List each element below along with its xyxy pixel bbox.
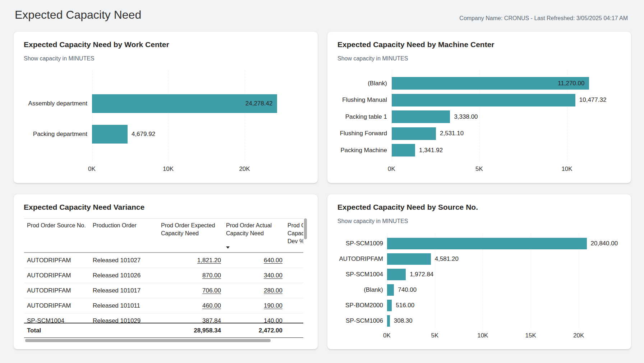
cell-source-no: AUTODRIPFAM (27, 298, 71, 313)
page-title: Expected Capacity Need (15, 9, 141, 21)
column-header-capacity-need-dev-pct[interactable]: Capacity Need (288, 230, 303, 237)
bar[interactable] (387, 300, 392, 311)
bar-category-label: Packing Machine (279, 146, 387, 154)
bar-category-label: Packing department (0, 130, 87, 138)
bar-value-label: 3,338.00 (454, 113, 478, 121)
axis-tick-label: 10K (549, 165, 585, 173)
table-row: AUTODRIPFAMReleased 101017706.00280.00 (24, 283, 303, 298)
axis-tick-label: 20K (227, 165, 263, 173)
cell-expected-capacity-need[interactable]: 1,821.20 (197, 253, 221, 268)
bar-value-label: 1,341.92 (419, 146, 443, 154)
bar-value-label: 10,477.32 (579, 96, 607, 104)
bar-category-label: Flushing Manual (279, 96, 387, 104)
variance-table: Prod Order Source No.Production OrderPro… (24, 218, 303, 338)
horizontal-scrollbar-thumb[interactable] (25, 339, 271, 342)
bar-category-label: SP-SCM1006 (275, 317, 383, 325)
bar-value-label: 4,581.20 (435, 255, 459, 263)
bar-value-label: 516.00 (396, 301, 414, 309)
column-header-expected-capacity-need[interactable]: Capacity Need (161, 230, 199, 237)
column-header-capacity-need-dev-pct[interactable]: Prod Order (288, 222, 303, 230)
bar-value-label: 20,840.00 (591, 240, 618, 248)
bar-value-label: 4,679.92 (132, 130, 155, 138)
gridline (168, 70, 169, 162)
axis-tick-label: 10K (465, 332, 501, 340)
work-center-chart-card: Expected Capacity Need by Work Center Sh… (14, 32, 318, 183)
company-info: Company Name: CRONUS - Last Refreshed: 3… (459, 15, 628, 21)
source-no-chart-card: Expected Capacity Need by Source No. Sho… (327, 194, 631, 349)
cell-source-no: SP-SCM1004 (27, 313, 64, 323)
bar[interactable] (387, 284, 394, 296)
cell-production-order: Released 101026 (93, 268, 141, 283)
bar[interactable] (387, 253, 431, 265)
bar-category-label: SP-SCM1009 (275, 240, 383, 248)
column-header-production-order[interactable]: Production Order (93, 222, 137, 230)
axis-tick-label: 0K (74, 165, 110, 173)
bar-category-label: Packing table 1 (279, 113, 387, 121)
cell-expected-capacity-need[interactable]: 870.00 (202, 268, 221, 283)
total-actual-capacity-need: 2,472.00 (259, 323, 282, 338)
bar-category-label: (Blank) (279, 80, 387, 87)
bar-category-label: (Blank) (275, 286, 383, 294)
bar[interactable] (92, 125, 128, 144)
column-header-actual-capacity-need[interactable]: Prod Order Actual (226, 222, 272, 230)
axis-tick-label: 0K (369, 332, 405, 340)
machine-center-plot: 0K5K10K(Blank)11,270.00Flushing Manual10… (327, 32, 631, 183)
gridline (92, 70, 92, 162)
bar[interactable] (387, 315, 390, 327)
cell-production-order: Released 101027 (93, 253, 141, 268)
cell-production-order: Released 101011 (93, 298, 140, 313)
axis-tick-label: 20K (561, 332, 597, 340)
vertical-scrollbar-thumb[interactable] (304, 218, 307, 239)
column-header-source-no[interactable]: Prod Order Source No. (27, 222, 86, 230)
gridline (245, 70, 245, 162)
table-title: Expected Capacity Need Variance (24, 203, 144, 211)
axis-tick-label: 5K (417, 332, 453, 340)
bar-category-label: Assembly department (0, 100, 87, 108)
bar-value-label: 2,531.10 (440, 130, 464, 137)
table-total-row: Total28,958.342,472.00 (24, 323, 303, 338)
table-row: AUTODRIPFAMReleased 1010271,821.20640.00 (24, 253, 303, 268)
table-row: SP-SCM1004Released 101029387.84140.00 (24, 313, 303, 323)
bar-value-label: 740.00 (398, 286, 417, 294)
bar-value-label: 1,972.84 (410, 271, 433, 278)
cell-production-order: Released 101029 (93, 313, 141, 323)
total-expected-capacity-need: 28,958.34 (194, 323, 221, 338)
bar[interactable] (392, 110, 450, 123)
cell-source-no: AUTODRIPFAM (27, 283, 71, 298)
table-header-row: Prod Order Source No.Production OrderPro… (24, 219, 303, 253)
bar-category-label: SP-BOM2000 (275, 301, 383, 309)
cell-source-no: AUTODRIPFAM (27, 253, 71, 268)
bar-category-label: SP-SCM1004 (275, 271, 383, 278)
cell-expected-capacity-need[interactable]: 706.00 (202, 283, 221, 298)
cell-expected-capacity-need[interactable]: 387.84 (202, 313, 221, 323)
cell-production-order: Released 101017 (93, 283, 141, 298)
column-header-expected-capacity-need[interactable]: Prod Order Expected (161, 222, 215, 230)
bar[interactable] (392, 94, 575, 106)
source-no-plot: 0K5K10K15K20KSP-SCM100920,840.00AUTODRIP… (327, 194, 631, 349)
bar-value-label: 24,278.42 (201, 100, 272, 108)
bar-value-label: 308.30 (394, 317, 413, 325)
bar[interactable] (392, 127, 436, 140)
bar[interactable] (387, 238, 587, 249)
variance-table-card: Expected Capacity Need Variance Prod Ord… (14, 194, 318, 349)
bar-value-label: 11,270.00 (512, 80, 584, 87)
total-label: Total (27, 323, 41, 338)
axis-tick-label: 15K (513, 332, 549, 340)
bar[interactable] (392, 144, 415, 156)
table-body: AUTODRIPFAMReleased 1010271,821.20640.00… (24, 253, 303, 323)
bar-category-label: AUTODRIPFAM (275, 255, 383, 263)
axis-tick-label: 0K (374, 165, 410, 173)
axis-tick-label: 10K (150, 165, 186, 173)
bar[interactable] (387, 269, 406, 280)
table-row: AUTODRIPFAMReleased 101026870.00340.00 (24, 268, 303, 283)
bar-category-label: Flushing Forward (279, 130, 387, 137)
machine-center-chart-card: Expected Capacity Need by Machine Center… (327, 32, 631, 183)
work-center-plot: 0K10K20KAssembly department24,278.42Pack… (14, 32, 318, 183)
table-row: AUTODRIPFAMReleased 101011460.00190.00 (24, 298, 303, 313)
cell-source-no: AUTODRIPFAM (27, 268, 71, 283)
column-header-actual-capacity-need[interactable]: Capacity Need (226, 230, 264, 237)
cell-expected-capacity-need[interactable]: 460.00 (202, 298, 221, 313)
sort-descending-icon[interactable] (226, 246, 230, 249)
axis-tick-label: 5K (461, 165, 497, 173)
